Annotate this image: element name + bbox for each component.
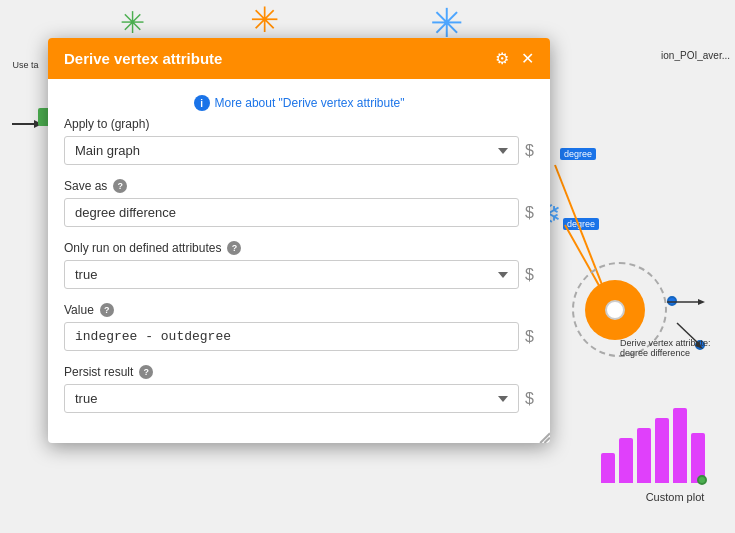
apply-to-row: Main graph $ xyxy=(64,136,534,165)
only-run-dollar[interactable]: $ xyxy=(525,267,534,283)
bar-1 xyxy=(619,438,633,483)
bar-chart xyxy=(601,408,705,483)
deco-green-star: ✳ xyxy=(120,5,145,40)
info-link-text: More about "Derive vertex attribute" xyxy=(215,96,405,110)
use-tab-label: Use ta xyxy=(8,60,43,70)
degree-tag-1: degree xyxy=(560,148,596,160)
close-button[interactable]: ✕ xyxy=(521,51,534,67)
apply-to-label: Apply to (graph) xyxy=(64,117,534,131)
value-input[interactable] xyxy=(64,322,519,351)
persist-label: Persist result ? xyxy=(64,365,534,379)
value-dollar[interactable]: $ xyxy=(525,329,534,345)
dialog-title: Derive vertex attribute xyxy=(64,50,222,67)
bar-0 xyxy=(601,453,615,483)
only-run-row: truefalse $ xyxy=(64,260,534,289)
only-run-label: Only run on defined attributes ? xyxy=(64,241,534,255)
orange-node xyxy=(585,280,645,340)
save-as-input[interactable] xyxy=(64,198,519,227)
persist-select[interactable]: truefalse xyxy=(64,384,519,413)
save-as-row: $ xyxy=(64,198,534,227)
degree-tag-2: degree xyxy=(563,218,599,230)
derive-vertex-label: Derive vertex attribute: degree differen… xyxy=(620,338,730,358)
only-run-help-icon[interactable]: ? xyxy=(227,241,241,255)
persist-row: truefalse $ xyxy=(64,384,534,413)
dialog: Derive vertex attribute ⚙ ✕ i More about… xyxy=(48,38,550,443)
deco-orange-star: ✳ xyxy=(250,0,279,40)
info-link[interactable]: i More about "Derive vertex attribute" xyxy=(64,89,534,117)
custom-plot-label: Custom plot xyxy=(635,491,715,503)
dialog-header-icons: ⚙ ✕ xyxy=(495,51,534,67)
gear-button[interactable]: ⚙ xyxy=(495,51,509,67)
apply-to-select[interactable]: Main graph xyxy=(64,136,519,165)
dialog-body: i More about "Derive vertex attribute" A… xyxy=(48,79,550,443)
save-as-group: Save as ? $ xyxy=(64,179,534,227)
value-row: $ xyxy=(64,322,534,351)
save-as-label: Save as ? xyxy=(64,179,534,193)
value-label: Value ? xyxy=(64,303,534,317)
resize-handle[interactable] xyxy=(536,429,550,443)
bar-3 xyxy=(655,418,669,483)
persist-help-icon[interactable]: ? xyxy=(139,365,153,379)
dialog-header: Derive vertex attribute ⚙ ✕ xyxy=(48,38,550,79)
persist-dollar[interactable]: $ xyxy=(525,391,534,407)
apply-to-dollar[interactable]: $ xyxy=(525,143,534,159)
svg-marker-5 xyxy=(698,299,705,305)
persist-group: Persist result ? truefalse $ xyxy=(64,365,534,413)
bar-2 xyxy=(637,428,651,483)
blue-dot-1 xyxy=(667,296,677,306)
only-run-select[interactable]: truefalse xyxy=(64,260,519,289)
value-help-icon[interactable]: ? xyxy=(100,303,114,317)
save-as-help-icon[interactable]: ? xyxy=(113,179,127,193)
save-as-dollar[interactable]: $ xyxy=(525,205,534,221)
bar-4 xyxy=(673,408,687,483)
apply-to-group: Apply to (graph) Main graph $ xyxy=(64,117,534,165)
green-dot-chart xyxy=(697,475,707,485)
value-group: Value ? $ xyxy=(64,303,534,351)
orange-node-inner xyxy=(605,300,625,320)
info-icon: i xyxy=(194,95,210,111)
only-run-group: Only run on defined attributes ? truefal… xyxy=(64,241,534,289)
